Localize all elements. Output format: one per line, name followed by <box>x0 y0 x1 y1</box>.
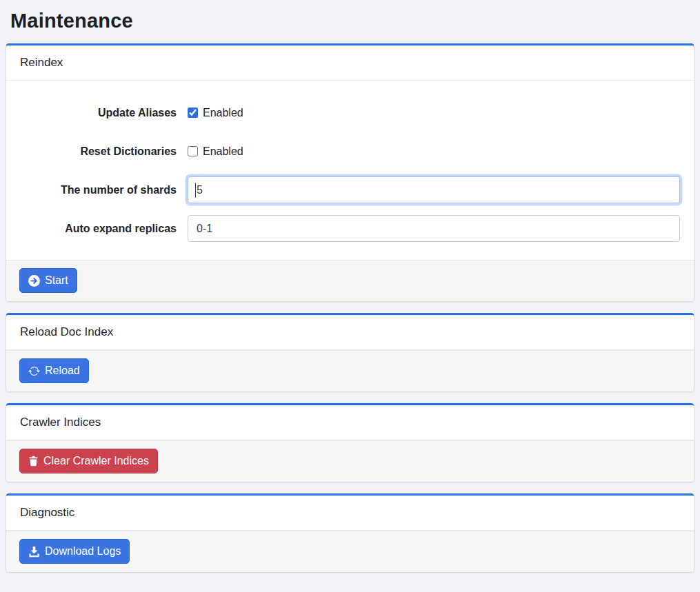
start-button[interactable]: Start <box>19 268 77 293</box>
sync-icon <box>28 365 40 377</box>
number-of-shards-label: The number of shards <box>20 183 177 197</box>
update-aliases-checkbox[interactable] <box>188 108 198 118</box>
start-button-label: Start <box>45 275 68 286</box>
reindex-card-title: Reindex <box>20 56 63 69</box>
download-icon <box>28 546 40 558</box>
diagnostic-card-footer: Download Logs <box>6 531 694 572</box>
crawler-indices-card-title: Crawler Indices <box>20 416 101 429</box>
number-of-shards-row: The number of shards <box>20 176 680 203</box>
diagnostic-card-title: Diagnostic <box>20 506 74 519</box>
auto-expand-replicas-label: Auto expand replicas <box>20 222 177 236</box>
diagnostic-card: Diagnostic Download Logs <box>6 493 694 573</box>
page-title: Maintenance <box>6 0 694 43</box>
download-logs-button[interactable]: Download Logs <box>19 539 130 564</box>
reindex-card: Reindex Update Aliases Enabled Reset Dic… <box>6 43 694 302</box>
reindex-card-body: Update Aliases Enabled Reset Dictionarie… <box>6 81 694 260</box>
number-of-shards-input[interactable] <box>188 176 680 203</box>
reset-dictionaries-label: Reset Dictionaries <box>20 145 177 159</box>
reload-button-label: Reload <box>45 365 80 376</box>
update-aliases-checkbox-label[interactable]: Enabled <box>203 107 243 119</box>
reload-doc-index-card-header: Reload Doc Index <box>6 315 694 350</box>
reload-doc-index-card-title: Reload Doc Index <box>20 325 113 338</box>
diagnostic-card-header: Diagnostic <box>6 496 694 531</box>
clear-crawler-indices-button[interactable]: Clear Crawler Indices <box>19 449 158 473</box>
clear-crawler-indices-button-label: Clear Crawler Indices <box>43 456 149 467</box>
download-logs-button-label: Download Logs <box>45 546 121 557</box>
reset-dictionaries-checkbox[interactable] <box>188 146 198 156</box>
reload-doc-index-card: Reload Doc Index Reload <box>6 313 694 392</box>
trash-icon <box>28 456 39 467</box>
crawler-indices-card-footer: Clear Crawler Indices <box>6 440 694 482</box>
auto-expand-replicas-row: Auto expand replicas <box>20 215 680 242</box>
crawler-indices-card-header: Crawler Indices <box>6 405 694 440</box>
crawler-indices-card: Crawler Indices Clear Crawler Indices <box>6 403 694 482</box>
auto-expand-replicas-input[interactable] <box>188 215 680 242</box>
reset-dictionaries-row: Reset Dictionaries Enabled <box>20 138 680 165</box>
reindex-card-header: Reindex <box>6 45 694 81</box>
update-aliases-row: Update Aliases Enabled <box>20 99 680 126</box>
reload-button[interactable]: Reload <box>19 358 89 383</box>
maintenance-page: Maintenance Reindex Update Aliases Enabl… <box>0 0 700 573</box>
update-aliases-label: Update Aliases <box>20 106 177 120</box>
reindex-card-footer: Start <box>6 260 694 301</box>
reset-dictionaries-checkbox-label[interactable]: Enabled <box>203 145 243 158</box>
arrow-circle-right-icon <box>28 275 40 287</box>
text-caret <box>195 183 196 197</box>
reload-doc-index-card-footer: Reload <box>6 350 694 391</box>
